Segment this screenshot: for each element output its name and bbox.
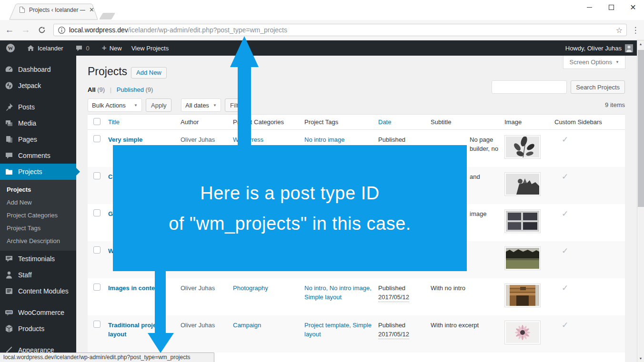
page-title: Projects	[88, 65, 127, 78]
comment-icon	[4, 151, 14, 160]
custom-sidebar-checkmark: ✓	[554, 246, 568, 255]
window-close-button[interactable]: ✕	[622, 0, 644, 14]
window-maximize-button[interactable]	[600, 0, 622, 14]
chevron-down-icon: ▼	[213, 103, 217, 108]
project-title-link[interactable]: Traditional projeclayout	[108, 321, 179, 339]
sidebar-item-posts[interactable]: Posts	[0, 99, 76, 115]
back-button[interactable]: ←	[3, 23, 16, 37]
forward-button[interactable]: →	[19, 23, 32, 37]
sidebar-item-staff[interactable]: Staff	[0, 267, 76, 283]
browser-menu-icon[interactable]: ⋮	[631, 25, 640, 35]
comment-bubble-icon	[75, 45, 83, 52]
category-link[interactable]: Campaign	[233, 322, 261, 329]
reload-button[interactable]	[35, 23, 49, 37]
sidebar-item-projects[interactable]: Projects	[0, 164, 76, 180]
subtitle-cell: With no intro	[429, 278, 503, 315]
submenu-item-projects[interactable]: Projects	[0, 183, 76, 196]
view-published-link[interactable]: Published	[117, 86, 144, 93]
submenu-item-project-tags[interactable]: Project Tags	[0, 222, 76, 235]
projects-submenu: Projects Add New Project Categories Proj…	[0, 180, 76, 251]
reload-icon	[37, 25, 47, 35]
tags-link[interactable]: Project template, Simple layout	[304, 322, 372, 338]
admin-bar-account[interactable]: Howdy, Oliver Juhas	[565, 44, 637, 52]
page-scrollbar[interactable]: ▲ ▼	[637, 40, 644, 362]
callout-overlay: Here is a post type ID of "wm_projects" …	[113, 145, 467, 271]
tags-link[interactable]: No intro image	[304, 136, 345, 143]
category-link[interactable]: WordPress	[233, 136, 263, 143]
admin-bar-comments[interactable]: 0	[71, 40, 93, 56]
filter-button[interactable]: Filter	[225, 98, 249, 112]
subtitle-cell: With intro excerpt	[429, 315, 503, 352]
wp-admin-bar: W Icelander 0 + New View Projects Howdy,…	[0, 40, 637, 56]
add-new-button[interactable]: Add New	[131, 67, 167, 78]
window-minimize-button[interactable]	[578, 0, 600, 14]
chevron-down-icon: ▼	[134, 103, 138, 108]
scroll-down-icon[interactable]: ▼	[637, 355, 644, 362]
wp-logo-icon[interactable]: W	[0, 40, 20, 56]
row-checkbox[interactable]	[93, 172, 101, 179]
search-input[interactable]	[492, 80, 567, 94]
home-icon	[27, 44, 35, 52]
row-checkbox[interactable]	[93, 135, 101, 142]
url-text: local.wordpress.dev/icelander/wp-admin/e…	[69, 26, 616, 34]
sidebar-item-testimonials[interactable]: Testimonials	[0, 251, 76, 267]
pin-icon	[4, 102, 14, 112]
sidebar-item-media[interactable]: Media	[0, 115, 76, 131]
sidebar-item-pages[interactable]: Pages	[0, 131, 76, 147]
sort-by-date[interactable]: Date	[378, 118, 391, 126]
sidebar-item-jetpack[interactable]: Jetpack	[0, 78, 76, 94]
row-checkbox[interactable]	[93, 321, 101, 328]
bookmark-star-icon[interactable]: ☆	[616, 26, 623, 35]
row-checkbox[interactable]	[93, 209, 101, 216]
author-link[interactable]: Oliver Juhas	[181, 284, 215, 292]
admin-bar-view-projects[interactable]: View Projects	[127, 40, 173, 56]
select-all-checkbox[interactable]	[93, 118, 101, 125]
dates-filter-select[interactable]: All dates▼	[181, 98, 221, 112]
submenu-item-archive-description[interactable]: Archive Description	[0, 235, 76, 247]
admin-bar-site-link[interactable]: Icelander	[22, 40, 67, 56]
sort-by-title[interactable]: Title	[108, 118, 120, 126]
admin-bar-new[interactable]: + New	[98, 40, 126, 56]
row-checkbox[interactable]	[93, 284, 101, 291]
sidebar-item-products[interactable]: Products	[0, 321, 76, 337]
submenu-item-project-categories[interactable]: Project Categories	[0, 209, 76, 222]
apply-button[interactable]: Apply	[146, 98, 171, 112]
sidebar-item-dashboard[interactable]: Dashboard	[0, 61, 76, 78]
submenu-item-add-new[interactable]: Add New	[0, 196, 76, 209]
sidebar-item-woocommerce[interactable]: WOO WooCommerce	[0, 304, 76, 321]
author-link[interactable]: Oliver Juhas	[181, 136, 215, 143]
custom-sidebar-checkmark: ✓	[554, 135, 568, 144]
svg-text:WOO: WOO	[6, 311, 12, 313]
info-icon	[58, 26, 66, 34]
tab-close-icon[interactable]: ✕	[89, 6, 94, 13]
url-path: /icelander/wp-admin/edit.php?post_type=w…	[128, 26, 287, 34]
scroll-up-icon[interactable]: ▲	[637, 40, 644, 48]
comment-count: 0	[86, 45, 89, 52]
custom-sidebar-checkmark: ✓	[554, 321, 568, 330]
column-image: Image	[503, 118, 553, 126]
author-link[interactable]: Oliver Juhas	[181, 322, 215, 329]
tags-link[interactable]: No intro, No intro image, Simple layout	[304, 284, 372, 301]
page-icon	[19, 6, 25, 13]
folder-icon	[4, 167, 14, 176]
browser-tab[interactable]: Projects ‹ Icelander — W ✕	[19, 6, 95, 13]
bulk-actions-select[interactable]: Bulk Actions▼	[88, 98, 142, 112]
status-bar-url: local.wordpress.dev/icelander/wp-admin/e…	[0, 352, 214, 362]
modules-icon	[4, 286, 14, 296]
view-all-link[interactable]: All	[88, 86, 96, 93]
project-title-link[interactable]: Images in conten	[108, 284, 179, 293]
search-projects-button[interactable]: Search Projects	[571, 80, 625, 94]
url-host: local.wordpress.dev	[69, 26, 128, 34]
callout-text-line2: of "wm_projects" in this case.	[113, 208, 467, 239]
scrollbar-thumb[interactable]	[638, 50, 644, 207]
row-checkbox[interactable]	[93, 246, 101, 254]
project-title-link[interactable]: Very simple	[108, 135, 179, 144]
plus-icon: +	[102, 43, 107, 53]
category-link[interactable]: Photography	[233, 284, 268, 292]
filter-bar: Bulk Actions▼ Apply All dates▼ Filter	[88, 98, 249, 112]
url-bar[interactable]: local.wordpress.dev/icelander/wp-admin/e…	[53, 24, 627, 36]
screen-options-button[interactable]: Screen Options ▼	[563, 56, 625, 69]
sidebar-item-content-modules[interactable]: Content Modules	[0, 283, 76, 299]
svg-text:W: W	[8, 45, 13, 51]
sidebar-item-comments[interactable]: Comments	[0, 147, 76, 164]
